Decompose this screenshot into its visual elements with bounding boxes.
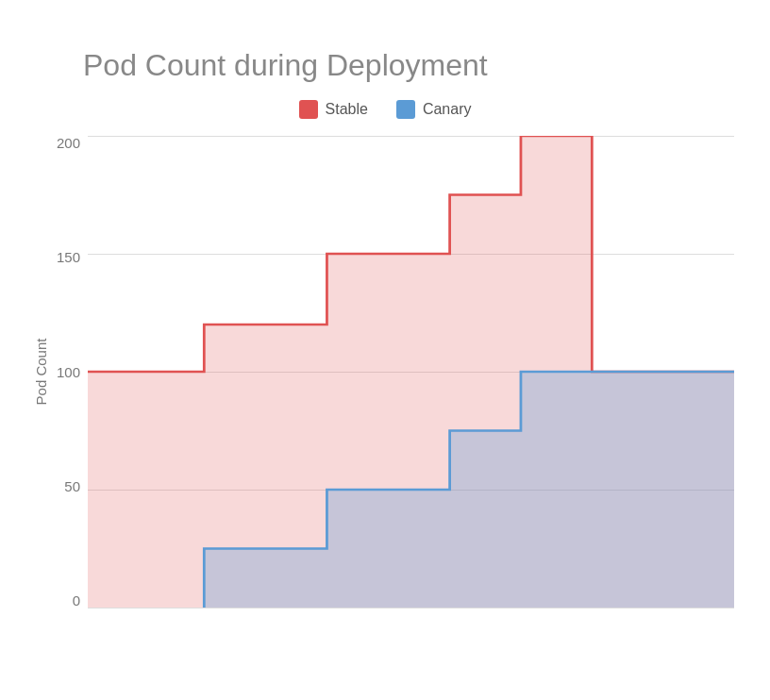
y-tick-50: 50 xyxy=(64,479,80,493)
y-tick-100: 100 xyxy=(57,365,80,379)
stable-swatch xyxy=(299,100,318,119)
y-axis: Pod Count 200 150 100 50 0 xyxy=(36,136,88,608)
canary-label: Canary xyxy=(423,101,472,118)
y-tick-0: 0 xyxy=(73,593,80,608)
chart-container: Pod Count during Deployment Stable Canar… xyxy=(17,20,753,680)
plot-area xyxy=(88,136,734,608)
chart-title: Pod Count during Deployment xyxy=(36,48,734,83)
stable-label: Stable xyxy=(326,101,368,118)
legend-canary: Canary xyxy=(396,100,472,119)
y-axis-label: Pod Count xyxy=(33,339,49,406)
chart-legend: Stable Canary xyxy=(36,100,734,119)
grid-line-0 xyxy=(88,608,734,608)
legend-stable: Stable xyxy=(299,100,368,119)
y-tick-200: 200 xyxy=(57,136,80,150)
chart-svg xyxy=(88,136,734,608)
chart-area: Pod Count 200 150 100 50 0 xyxy=(36,136,734,608)
canary-swatch xyxy=(396,100,415,119)
y-tick-150: 150 xyxy=(57,250,80,264)
